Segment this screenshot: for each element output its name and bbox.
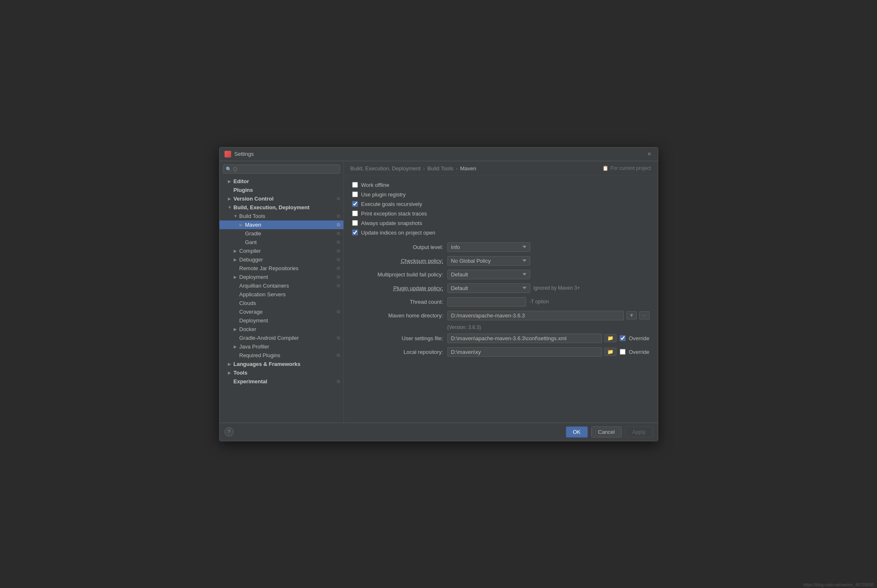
- sidebar-item-label: Editor: [234, 178, 340, 184]
- sidebar-item-label: Deployment: [239, 317, 340, 324]
- sidebar-item-gradle-android[interactable]: Gradle-Android Compiler ⧉: [220, 334, 343, 342]
- plugin-update-label: Plugin update policy:: [352, 285, 443, 291]
- for-project-label: For current project: [610, 165, 651, 171]
- local-repo-input[interactable]: [447, 347, 602, 357]
- plugin-update-control: Default Force Updates Never Update ignor…: [447, 283, 650, 293]
- output-level-select[interactable]: Info Debug Warn Error: [447, 242, 530, 252]
- user-settings-input[interactable]: [447, 334, 602, 343]
- arrow-icon: ▶: [228, 362, 234, 366]
- search-box: 🔍: [220, 161, 343, 176]
- sidebar-item-build-tools[interactable]: ▼ Build Tools ⧉: [220, 212, 343, 220]
- sidebar-item-label: Docker: [239, 326, 340, 332]
- breadcrumb-sep: ›: [423, 165, 425, 172]
- sidebar-item-java-profiler[interactable]: ▶ Java Profiler: [220, 342, 343, 351]
- for-project: 📋 For current project: [602, 165, 651, 171]
- use-plugin-registry-label: Use plugin registry: [361, 191, 406, 198]
- work-offline-checkbox[interactable]: [352, 182, 358, 188]
- sidebar-item-debugger[interactable]: ▶ Debugger ⧉: [220, 255, 343, 264]
- sidebar-item-tools[interactable]: ▶ Tools: [220, 368, 343, 377]
- print-exception-label: Print exception stack traces: [361, 211, 427, 217]
- title-bar: Settings ×: [220, 148, 658, 161]
- maven-home-input[interactable]: [447, 311, 624, 320]
- ok-button[interactable]: OK: [566, 426, 588, 438]
- sidebar-item-label: Coverage: [239, 309, 335, 315]
- user-settings-browse-button[interactable]: 📁: [604, 334, 616, 342]
- user-settings-override-checkbox[interactable]: [620, 335, 626, 341]
- arrow-icon: ▶: [234, 275, 239, 279]
- local-repo-override-checkbox[interactable]: [620, 349, 626, 355]
- checkbox-work-offline-row: Work offline: [352, 182, 650, 188]
- sidebar-item-version-control[interactable]: ▶ Version Control ⧉: [220, 194, 343, 203]
- sidebar-item-editor[interactable]: ▶ Editor: [220, 177, 343, 186]
- sidebar-item-languages-frameworks[interactable]: ▶ Languages & Frameworks: [220, 360, 343, 368]
- always-update-checkbox[interactable]: [352, 220, 358, 226]
- arrow-icon: ▶: [228, 196, 234, 201]
- print-exception-checkbox[interactable]: [352, 211, 358, 216]
- plugin-update-hint: ignored by Maven 3+: [534, 285, 580, 291]
- checksum-policy-control: No Global Policy Strict Lax: [447, 256, 650, 266]
- close-button[interactable]: ×: [646, 151, 653, 157]
- sidebar-item-gant[interactable]: Gant ⧉: [220, 238, 343, 247]
- sidebar-item-remote-jar[interactable]: Remote Jar Repositories ⧉: [220, 264, 343, 273]
- sidebar-item-experimental[interactable]: Experimental ⧉: [220, 377, 343, 386]
- execute-goals-checkbox[interactable]: [352, 201, 358, 207]
- cancel-button[interactable]: Cancel: [591, 426, 622, 438]
- sidebar-item-label: Debugger: [239, 256, 335, 263]
- output-level-row: Output level: Info Debug Warn Error: [352, 242, 650, 252]
- sidebar-item-label: Build, Execution, Deployment: [234, 204, 340, 211]
- arrow-icon: ▶: [239, 223, 245, 227]
- multiproject-fail-select[interactable]: Default At End Never Fast Fail: [447, 270, 530, 279]
- help-button[interactable]: ?: [225, 427, 234, 436]
- maven-home-browse-button[interactable]: ▼: [626, 311, 637, 319]
- sidebar-item-compiler[interactable]: ▶ Compiler ⧉: [220, 247, 343, 255]
- maven-home-open-button[interactable]: ···: [639, 311, 649, 319]
- sidebar-item-deployment2[interactable]: Deployment: [220, 316, 343, 325]
- thread-count-input[interactable]: [447, 297, 526, 307]
- checkbox-print-exception-row: Print exception stack traces: [352, 211, 650, 217]
- sidebar-item-label: Plugins: [234, 187, 340, 193]
- arrow-icon: ▶: [228, 370, 234, 375]
- user-settings-control: 📁 Override: [447, 334, 650, 343]
- arrow-icon: ▶: [234, 249, 239, 253]
- for-project-icon: 📋: [602, 165, 609, 171]
- sidebar-item-gradle[interactable]: Gradle ⧉: [220, 229, 343, 238]
- use-plugin-registry-checkbox[interactable]: [352, 191, 358, 197]
- update-indices-checkbox[interactable]: [352, 230, 358, 235]
- sidebar-item-coverage[interactable]: Coverage ⧉: [220, 307, 343, 316]
- multiproject-fail-label: Multiproject build fail policy:: [352, 271, 443, 278]
- dialog-title: Settings: [234, 151, 254, 157]
- user-settings-row: User settings file: 📁 Override: [352, 334, 650, 343]
- thread-count-control: -T option: [447, 297, 650, 307]
- sidebar-item-label: Gradle: [245, 230, 335, 237]
- arrow-icon: ▶: [234, 327, 239, 332]
- output-level-control: Info Debug Warn Error: [447, 242, 650, 252]
- multiproject-fail-row: Multiproject build fail policy: Default …: [352, 270, 650, 279]
- plugin-update-select[interactable]: Default Force Updates Never Update: [447, 283, 530, 293]
- bottom-buttons: OK Cancel Apply: [566, 426, 653, 438]
- maven-home-label: Maven home directory:: [352, 312, 443, 319]
- checkbox-execute-goals-row: Execute goals recursively: [352, 201, 650, 207]
- maven-home-row: Maven home directory: ▼ ···: [352, 311, 650, 320]
- checksum-policy-select[interactable]: No Global Policy Strict Lax: [447, 256, 530, 266]
- settings-dialog: Settings × 🔍 ▶ Editor Pl: [219, 147, 658, 441]
- sidebar-item-plugins[interactable]: Plugins: [220, 186, 343, 194]
- breadcrumb-build-exec: Build, Execution, Deployment: [350, 165, 421, 172]
- maven-version-text: (Version: 3.6.3): [352, 324, 650, 330]
- copy-icon: ⧉: [337, 240, 340, 245]
- sidebar-item-required-plugins[interactable]: Required Plugins ⧉: [220, 351, 343, 360]
- copy-icon: ⧉: [337, 353, 340, 358]
- sidebar-item-deployment[interactable]: ▶ Deployment ⧉: [220, 273, 343, 281]
- sidebar-item-maven[interactable]: ▶ Maven ⧉: [220, 220, 343, 229]
- local-repo-browse-button[interactable]: 📁: [604, 348, 616, 356]
- sidebar-item-build-exec-deploy[interactable]: ▼ Build, Execution, Deployment: [220, 203, 343, 212]
- user-settings-label: User settings file:: [352, 335, 443, 341]
- sidebar-item-arquillian[interactable]: Arquillian Containers ⧉: [220, 281, 343, 290]
- sidebar-item-clouds[interactable]: Clouds: [220, 299, 343, 307]
- checksum-policy-row: Checksum policy: No Global Policy Strict…: [352, 256, 650, 266]
- sidebar-item-app-servers[interactable]: Application Servers: [220, 290, 343, 299]
- search-input[interactable]: [223, 165, 340, 174]
- sidebar-item-docker[interactable]: ▶ Docker: [220, 325, 343, 334]
- search-wrapper: 🔍: [223, 165, 340, 174]
- apply-button[interactable]: Apply: [625, 426, 653, 438]
- plugin-update-row: Plugin update policy: Default Force Upda…: [352, 283, 650, 293]
